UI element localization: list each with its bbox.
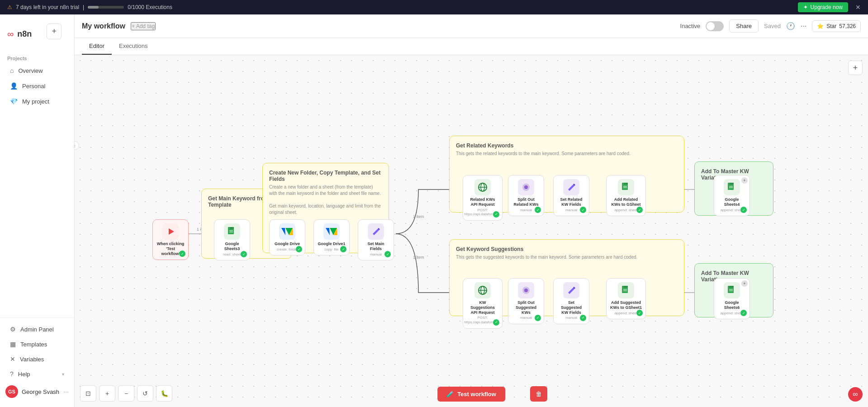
node-check: ✓: [636, 310, 643, 316]
github-star-button[interactable]: ⭐ Star 57,326: [812, 20, 861, 32]
node-label: Set Suggested KW Fields: [557, 300, 585, 315]
node-google-drive1[interactable]: Google Drive1 copy: file ✓: [313, 219, 350, 256]
node-label: Google Drive1: [318, 241, 345, 246]
banner-close-icon[interactable]: ✕: [855, 4, 861, 11]
node-label: Split Out Related KWs: [512, 197, 540, 207]
node-sublabel: append: sheet: [721, 311, 744, 316]
tab-bar: Editor Executions: [75, 38, 868, 55]
workflow-title[interactable]: My workflow: [82, 22, 125, 30]
upgrade-button[interactable]: ✦ Upgrade now: [798, 2, 848, 12]
star-label: Star: [826, 23, 836, 29]
node-check: ✓: [296, 246, 302, 252]
node-split-out-suggested[interactable]: Split Out Suggested KWs manual ✓: [508, 278, 544, 324]
debug-button[interactable]: 🐛: [156, 385, 172, 402]
node-trigger[interactable]: When clicking 'Test workflow' ✓: [152, 219, 189, 260]
node-sublabel: manual: [565, 208, 577, 213]
svg-marker-38: [326, 228, 330, 235]
node-label: Google Sheets6: [718, 300, 746, 310]
sidebar-item-my-project[interactable]: 💎 My project: [3, 94, 71, 109]
tab-executions[interactable]: Executions: [112, 38, 155, 55]
top-bar-right: Inactive Share Saved 🕐 ··· ⭐ Star 57,326: [680, 19, 861, 33]
logo-icon: ∞: [7, 29, 14, 39]
history-icon[interactable]: 🕐: [786, 22, 795, 30]
add-node-icon[interactable]: +: [741, 177, 748, 184]
share-button[interactable]: Share: [729, 19, 759, 33]
sidebar: ∞ n8n + Projects ⌂ Overview 👤 Personal 💎…: [0, 14, 75, 407]
sidebar-bottom: ⚙ Admin Panel ▦ Templates ✕ Variables ? …: [0, 317, 74, 402]
separator: |: [83, 4, 84, 10]
new-workflow-button[interactable]: +: [47, 24, 62, 39]
sidebar-item-variables[interactable]: ✕ Variables: [3, 352, 71, 366]
add-tag-button[interactable]: + Add tag: [131, 22, 156, 30]
drive-icon: [279, 223, 295, 240]
delete-button[interactable]: 🗑: [530, 386, 547, 402]
node-label: Set Related KW Fields: [557, 197, 585, 207]
node-google-drive[interactable]: Google Drive create: folder ✓: [269, 219, 305, 256]
sidebar-item-label: Variables: [20, 356, 44, 363]
active-toggle[interactable]: [706, 21, 724, 31]
canvas-add-button[interactable]: +: [848, 61, 863, 75]
svg-marker-30: [169, 228, 174, 235]
more-options-icon[interactable]: ···: [801, 22, 806, 30]
zoom-out-button[interactable]: −: [118, 385, 134, 402]
node-google-sheets3[interactable]: Google Sheets3 read: sheet ✓: [214, 219, 250, 260]
node-check: ✓: [580, 207, 586, 213]
group-desc: This gets the suggested keywords to the …: [456, 254, 678, 260]
node-sublabel: read: sheet: [223, 252, 241, 257]
svg-marker-35: [281, 228, 285, 235]
node-related-kws-api[interactable]: Related KWs API Request POST: https://ap…: [463, 175, 503, 221]
node-set-related-kw-fields[interactable]: Set Related KW Fields manual ✓: [553, 175, 589, 216]
add-node2-icon[interactable]: +: [741, 280, 748, 287]
help-chevron-icon: ▾: [62, 372, 64, 377]
sidebar-item-label: Personal: [22, 83, 45, 90]
sidebar-item-overview[interactable]: ⌂ Overview: [3, 63, 71, 78]
sheets4-icon: [724, 179, 740, 195]
sidebar-item-label: Help: [18, 371, 30, 378]
test-icon: 🧪: [446, 391, 454, 398]
executions-text: 0/1000 Executions: [128, 4, 172, 10]
node-check: ✓: [636, 207, 643, 213]
node-set-suggested-kw-fields[interactable]: Set Suggested KW Fields manual ✓: [553, 278, 589, 324]
drive1-icon: [323, 223, 340, 240]
node-google-sheets6[interactable]: Google Sheets6 append: sheet ✓ +: [714, 278, 750, 319]
test-label: Test workflow: [457, 391, 496, 398]
test-workflow-button[interactable]: 🧪 Test workflow: [437, 387, 505, 402]
sidebar-item-templates[interactable]: ▦ Templates: [3, 337, 71, 351]
admin-icon: ⚙: [10, 326, 16, 333]
trigger-icon: [162, 223, 179, 240]
sidebar-item-admin-panel[interactable]: ⚙ Admin Panel: [3, 322, 71, 336]
node-label: Split Out Suggested KWs: [512, 300, 540, 315]
node-add-suggested-kws-gsheet[interactable]: Add Suggested KWs to GSheet1 append: she…: [606, 278, 646, 319]
sidebar-item-personal[interactable]: 👤 Personal: [3, 79, 71, 93]
connections-svg: 1 item 1 item 1 item 1 item 1 item 1 ite…: [75, 55, 868, 407]
node-add-related-kws-gsheet[interactable]: Add Related KWs to GSheet append: sheet …: [606, 175, 646, 216]
node-check: ✓: [535, 315, 541, 321]
node-label: Add Suggested KWs to GSheet1: [610, 300, 642, 310]
node-split-out-related[interactable]: Split Out Related KWs manual ✓: [508, 175, 544, 216]
n8n-badge: ∞: [848, 387, 863, 402]
sidebar-collapse-button[interactable]: ‹: [75, 141, 79, 150]
node-check: ✓: [384, 251, 391, 257]
sidebar-item-help[interactable]: ? Help ▾: [3, 367, 71, 381]
canvas[interactable]: ‹ +: [75, 55, 868, 407]
sheets2-icon: [618, 179, 634, 195]
user-menu[interactable]: GS George Svash ···: [0, 382, 74, 402]
pencil-icon: [368, 223, 384, 240]
node-google-sheets4[interactable]: Google Sheets4 append: sheet ✓ +: [714, 175, 750, 216]
node-sublabel: manual: [520, 208, 532, 213]
sidebar-item-label: Templates: [20, 341, 47, 348]
node-set-main-fields[interactable]: Set Main Fields manual ✓: [358, 219, 394, 260]
upgrade-label: Upgrade now: [811, 4, 843, 10]
zoom-in-button[interactable]: +: [99, 385, 115, 402]
sheets-icon: [224, 223, 240, 240]
split2-icon: [518, 282, 534, 298]
fit-view-button[interactable]: ⊡: [80, 385, 96, 402]
group-title: Create New Folder, Copy Template, and Se…: [269, 170, 382, 182]
node-sublabel: copy: file: [324, 247, 339, 252]
node-kw-suggestions-api[interactable]: KW Suggestions API Request POST: https:/…: [463, 278, 503, 329]
user-more-icon[interactable]: ···: [63, 388, 69, 395]
reset-view-button[interactable]: ↺: [137, 385, 153, 402]
tab-editor[interactable]: Editor: [82, 38, 112, 55]
node-check: ✓: [493, 319, 499, 326]
sidebar-item-label: My project: [22, 98, 49, 105]
